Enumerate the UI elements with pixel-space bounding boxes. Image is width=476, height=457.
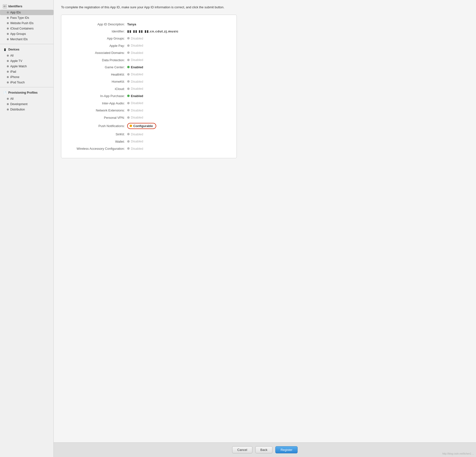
bottom-bar: Cancel Back Register — [54, 442, 476, 457]
sidebar-item-identifier-0[interactable]: App IDs — [0, 10, 53, 15]
info-label-1: Identifier: — [69, 30, 127, 33]
sidebar-item-identifier-3[interactable]: iCloud Containers — [0, 26, 53, 31]
sidebar-item-label: iPhone — [10, 75, 19, 79]
sidebar-item-provisioning-1[interactable]: Development — [0, 101, 53, 107]
sidebar-dot — [7, 81, 9, 83]
sidebar-dot — [7, 55, 9, 57]
status-text: Enabled — [131, 65, 143, 69]
status-text: Disabled — [131, 37, 143, 40]
status-dot-gray — [127, 116, 130, 119]
sidebar-dot — [7, 33, 9, 35]
status-text: Disabled — [131, 139, 143, 143]
info-value-17: Disabled — [127, 147, 143, 150]
info-label-14: Push Notifications: — [69, 124, 127, 128]
status-text: Disabled — [131, 44, 143, 47]
sidebar-dot — [7, 103, 9, 105]
status-dot-gray — [127, 51, 130, 54]
cancel-button[interactable]: Cancel — [232, 446, 252, 453]
info-row-12: Network Extensions:Disabled — [69, 107, 229, 114]
status-text: Enabled — [131, 94, 143, 98]
provisioning-label: Provisioning Profiles — [8, 91, 38, 94]
info-label-9: iCloud: — [69, 87, 127, 91]
sidebar-item-device-3[interactable]: iPad — [0, 69, 53, 74]
info-label-4: Associated Domains: — [69, 51, 127, 55]
sidebar-item-label: All — [10, 54, 13, 57]
info-label-15: SiriKit: — [69, 132, 127, 136]
sidebar-dot — [7, 17, 9, 19]
info-value-0: Tanya — [127, 22, 136, 26]
sidebar-devices-header: 📱 Devices — [0, 46, 53, 53]
info-value-4: Disabled — [127, 51, 143, 55]
info-label-10: In-App Purchase: — [69, 94, 127, 98]
sidebar-dot — [7, 28, 9, 30]
sidebar-item-device-4[interactable]: iPhone — [0, 74, 53, 80]
sidebar-item-identifier-5[interactable]: Merchant IDs — [0, 37, 53, 42]
info-rows-container: App ID Description:TanyaIdentifier:▮▮ ▮▮… — [69, 21, 229, 152]
devices-label: Devices — [8, 48, 19, 51]
sidebar-devices-list: AllApple TVApple WatchiPadiPhoneiPod Tou… — [0, 53, 53, 85]
sidebar-item-identifier-1[interactable]: Pass Type IDs — [0, 15, 53, 20]
sidebar-item-label: All — [10, 97, 13, 100]
sidebar-identifiers-header: ID Identifiers — [0, 3, 53, 10]
info-row-14: Push Notifications:Configurable — [69, 121, 229, 131]
sidebar-divider-1 — [0, 44, 53, 44]
info-label-0: App ID Description: — [69, 22, 127, 26]
sidebar-item-label: App Groups — [10, 32, 26, 36]
status-text: Disabled — [131, 109, 143, 112]
sidebar-item-device-1[interactable]: Apple TV — [0, 58, 53, 64]
status-dot-gray — [127, 147, 130, 150]
info-row-17: Wireless Accessory Configuration:Disable… — [69, 145, 229, 152]
sidebar-item-identifier-2[interactable]: Website Push IDs — [0, 20, 53, 26]
sidebar-dot — [7, 76, 9, 78]
info-value-2: Disabled — [127, 37, 143, 40]
info-row-2: App Groups:Disabled — [69, 35, 229, 42]
info-row-15: SiriKit:Disabled — [69, 131, 229, 138]
info-label-11: Inter-App Audio: — [69, 101, 127, 105]
info-row-1: Identifier:▮▮ ▮▮ ▮▮ ▮▮.cn.cdut.zj.music — [69, 28, 229, 35]
info-row-6: Game Center:Enabled — [69, 64, 229, 71]
sidebar-item-device-0[interactable]: All — [0, 53, 53, 58]
sidebar-item-device-2[interactable]: Apple Watch — [0, 64, 53, 69]
status-text: Disabled — [131, 132, 143, 136]
push-notif-highlight: Configurable — [127, 123, 156, 129]
info-value-9: Disabled — [127, 87, 143, 90]
info-value-12: Disabled — [127, 109, 143, 112]
sidebar-item-label: iCloud Containers — [10, 27, 33, 30]
sidebar-item-label: Distribution — [10, 108, 25, 111]
sidebar-dot — [7, 60, 9, 62]
status-dot-green — [127, 95, 130, 97]
sidebar-item-label: Pass Type IDs — [10, 16, 29, 20]
sidebar-provisioning-list: AllDevelopmentDistribution — [0, 96, 53, 112]
info-value-3: Disabled — [127, 44, 143, 47]
info-label-6: Game Center: — [69, 65, 127, 69]
sidebar-item-device-5[interactable]: iPod Touch — [0, 80, 53, 85]
status-dot-gray — [127, 37, 130, 40]
status-dot-gray — [127, 80, 130, 83]
sidebar-item-label: iPod Touch — [10, 81, 25, 84]
sidebar-item-label: Website Push IDs — [10, 21, 33, 25]
info-value-6: Enabled — [127, 65, 143, 69]
status-text: Disabled — [131, 80, 143, 83]
info-label-17: Wireless Accessory Configuration: — [69, 147, 127, 150]
sidebar-dot — [7, 11, 9, 13]
status-text: Disabled — [131, 87, 143, 90]
content-area: To complete the registration of this App… — [54, 0, 476, 442]
sidebar-item-provisioning-2[interactable]: Distribution — [0, 107, 53, 112]
info-value-11: Disabled — [127, 101, 143, 105]
info-label-3: Apple Pay: — [69, 44, 127, 48]
sidebar-item-identifier-4[interactable]: App Groups — [0, 31, 53, 37]
info-row-11: Inter-App Audio:Disabled — [69, 99, 229, 107]
status-dot-yellow — [130, 125, 132, 127]
info-value-7: Disabled — [127, 72, 143, 76]
devices-icon: 📱 — [3, 48, 7, 51]
info-value-5: Disabled — [127, 58, 143, 62]
back-button[interactable]: Back — [255, 446, 273, 453]
status-dot-green — [127, 66, 130, 68]
sidebar-item-label: Development — [10, 102, 28, 106]
sidebar-item-provisioning-0[interactable]: All — [0, 96, 53, 101]
register-button[interactable]: Register — [275, 446, 297, 453]
info-label-8: HomeKit: — [69, 80, 127, 83]
info-row-4: Associated Domains:Disabled — [69, 49, 229, 57]
sidebar-dot — [7, 65, 9, 67]
info-value-8: Disabled — [127, 80, 143, 83]
